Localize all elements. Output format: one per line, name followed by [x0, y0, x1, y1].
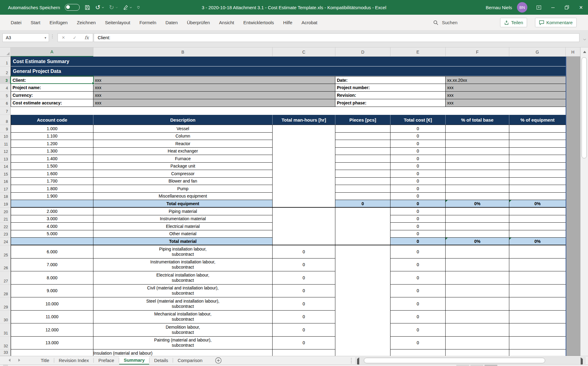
pct-total-base-cell[interactable]: [446, 311, 509, 324]
row-header-9[interactable]: 9: [0, 125, 11, 133]
ribbon-tab-einfügen[interactable]: Einfügen: [45, 15, 72, 30]
search-box[interactable]: Suchen: [433, 15, 458, 30]
pieces-cell[interactable]: [335, 133, 390, 140]
pct-equipment-cell[interactable]: [509, 285, 566, 298]
field-label-cell[interactable]: Cost estimate accuracy:: [11, 99, 93, 107]
account-code-cell[interactable]: 1.300: [11, 148, 93, 155]
row-header-12[interactable]: 12: [0, 148, 11, 155]
pct-equipment-cell[interactable]: [509, 133, 566, 140]
table-header-cell[interactable]: % of total base: [446, 115, 509, 125]
section-title-row-1[interactable]: Cost Estimate Summary: [11, 57, 566, 66]
row-header-19[interactable]: 19: [0, 200, 11, 208]
row-header-23[interactable]: 23: [0, 230, 11, 238]
field-value-cell[interactable]: xxx: [93, 92, 335, 99]
total-cost-cell[interactable]: 0: [390, 178, 446, 185]
touch-mode-button[interactable]: [123, 5, 132, 10]
row-header-15[interactable]: 15: [0, 170, 11, 178]
pct-equipment-cell[interactable]: [509, 271, 566, 285]
row-header-24[interactable]: 24: [0, 238, 11, 245]
pieces-cell[interactable]: [335, 337, 390, 350]
description-cell[interactable]: Painting (material and labour),subcontra…: [93, 337, 273, 350]
description-cell[interactable]: Piping installation labour,subcontract: [93, 245, 273, 258]
ribbon-tab-daten[interactable]: Daten: [161, 15, 182, 30]
pct-total-base-cell[interactable]: [446, 323, 509, 337]
pieces-cell[interactable]: [335, 223, 390, 230]
row-header-16[interactable]: 16: [0, 178, 11, 185]
man-hours-cell[interactable]: [273, 193, 335, 200]
pct-equipment-cell[interactable]: [509, 245, 566, 258]
man-hours-cell[interactable]: 0: [273, 323, 335, 337]
pieces-cell[interactable]: [335, 311, 390, 324]
row-header-7[interactable]: 7: [0, 107, 11, 115]
account-code-cell[interactable]: 1.400: [11, 155, 93, 163]
pct-total-base-cell[interactable]: [446, 337, 509, 350]
pct-equipment-cell[interactable]: [509, 140, 566, 148]
pct-equipment-cell[interactable]: 0%: [509, 238, 566, 245]
minimize-button[interactable]: [546, 0, 560, 15]
field-value-cell[interactable]: xxx: [93, 84, 335, 92]
row-header-10[interactable]: 10: [0, 133, 11, 140]
man-hours-cell[interactable]: [273, 185, 335, 193]
user-name[interactable]: Bernau Niels: [486, 5, 512, 10]
field-label-cell[interactable]: Project number:: [335, 84, 446, 92]
pct-equipment-cell[interactable]: [509, 170, 566, 178]
pct-equipment-cell[interactable]: [509, 125, 566, 133]
pct-total-base-cell[interactable]: [446, 133, 509, 140]
total-cost-cell[interactable]: 0: [390, 193, 446, 200]
empty-cell[interactable]: [11, 107, 566, 115]
total-cost-cell[interactable]: 0: [390, 200, 446, 208]
pct-total-base-cell[interactable]: [446, 230, 509, 238]
description-cell[interactable]: Piping material: [93, 208, 273, 215]
pct-equipment-cell[interactable]: [509, 311, 566, 324]
man-hours-cell[interactable]: 0: [273, 271, 335, 285]
description-cell[interactable]: Demolition labour,subcontract: [93, 323, 273, 337]
column-header-H[interactable]: H: [566, 47, 580, 57]
row-header-21[interactable]: 21: [0, 215, 11, 223]
row-header-29[interactable]: 29: [0, 297, 11, 311]
pieces-cell[interactable]: [335, 170, 390, 178]
description-cell[interactable]: Steel (material and installation labour)…: [93, 297, 273, 311]
pct-total-base-cell[interactable]: [446, 155, 509, 163]
account-code-cell[interactable]: [11, 349, 93, 356]
row-header-8[interactable]: 8: [0, 115, 11, 125]
description-cell[interactable]: Insulation (material and labour): [93, 349, 273, 356]
pct-equipment-cell[interactable]: [509, 323, 566, 337]
comments-button[interactable]: Kommentare: [535, 18, 577, 27]
table-header-cell[interactable]: Account code: [11, 115, 93, 125]
description-cell[interactable]: Miscellaneous equipment: [93, 193, 273, 200]
insert-function-icon[interactable]: fx: [85, 35, 89, 40]
row-header-5[interactable]: 5: [0, 92, 11, 99]
ribbon-tab-hilfe[interactable]: Hilfe: [279, 15, 297, 30]
pieces-cell[interactable]: [335, 178, 390, 185]
man-hours-cell[interactable]: [273, 349, 335, 356]
row-header-1[interactable]: 1: [0, 57, 11, 66]
field-value-cell[interactable]: xxx: [446, 92, 566, 99]
pieces-cell[interactable]: [335, 208, 390, 215]
ribbon-tab-zeichnen[interactable]: Zeichnen: [72, 15, 100, 30]
ribbon-tab-datei[interactable]: Datei: [6, 15, 26, 30]
pieces-cell[interactable]: [335, 193, 390, 200]
sheet-tab-revision-index[interactable]: Revision Index: [54, 356, 93, 364]
pieces-cell[interactable]: [335, 323, 390, 337]
man-hours-cell[interactable]: 0: [273, 245, 335, 258]
pct-total-base-cell[interactable]: [446, 140, 509, 148]
account-code-cell[interactable]: 3.000: [11, 215, 93, 223]
row-header-32[interactable]: 32: [0, 337, 11, 350]
account-code-cell[interactable]: 8.000: [11, 271, 93, 285]
man-hours-cell[interactable]: [273, 125, 335, 133]
row-header-20[interactable]: 20: [0, 208, 11, 215]
account-code-cell[interactable]: 1.000: [11, 125, 93, 133]
pieces-cell[interactable]: [335, 297, 390, 311]
pieces-cell[interactable]: [335, 163, 390, 170]
close-button[interactable]: ×: [574, 0, 588, 15]
pct-total-base-cell[interactable]: [446, 178, 509, 185]
account-code-cell[interactable]: 2.000: [11, 208, 93, 215]
total-equipment-label[interactable]: Total equipment: [93, 200, 273, 208]
scroll-up-arrow[interactable]: [581, 47, 588, 56]
sheet-tab-title[interactable]: Title: [36, 356, 54, 364]
account-code-cell[interactable]: 4.000: [11, 223, 93, 230]
pct-equipment-cell[interactable]: [509, 337, 566, 350]
field-value-cell[interactable]: xxx: [93, 76, 335, 84]
man-hours-cell[interactable]: [273, 148, 335, 155]
ribbon-tab-überprüfen[interactable]: Überprüfen: [182, 15, 214, 30]
